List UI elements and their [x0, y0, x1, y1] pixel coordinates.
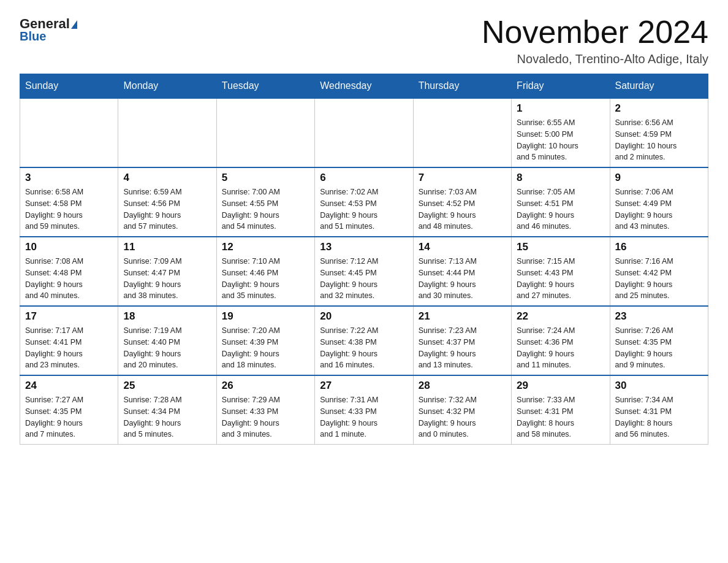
day-number: 17	[25, 310, 113, 323]
calendar-cell: 18Sunrise: 7:19 AM Sunset: 4:40 PM Dayli…	[118, 306, 216, 375]
day-number: 24	[25, 380, 113, 392]
day-number: 20	[320, 310, 408, 323]
day-number: 3	[25, 172, 113, 184]
day-number: 15	[517, 241, 604, 253]
weekday-tuesday: Tuesday	[216, 74, 314, 99]
day-info: Sunrise: 6:55 AM Sunset: 5:00 PM Dayligh…	[517, 117, 604, 163]
day-number: 12	[222, 241, 309, 253]
calendar-cell: 10Sunrise: 7:08 AM Sunset: 4:48 PM Dayli…	[20, 237, 118, 306]
weekday-wednesday: Wednesday	[315, 74, 413, 99]
day-number: 11	[123, 241, 211, 253]
day-number: 26	[222, 380, 309, 392]
day-number: 18	[123, 310, 211, 323]
day-info: Sunrise: 7:13 AM Sunset: 4:44 PM Dayligh…	[419, 256, 506, 302]
calendar-cell: 19Sunrise: 7:20 AM Sunset: 4:39 PM Dayli…	[216, 306, 314, 375]
calendar-cell: 26Sunrise: 7:29 AM Sunset: 4:33 PM Dayli…	[216, 375, 314, 445]
calendar-cell: 6Sunrise: 7:02 AM Sunset: 4:53 PM Daylig…	[315, 167, 413, 237]
day-number: 8	[517, 172, 604, 184]
day-number: 30	[615, 380, 703, 392]
day-info: Sunrise: 7:26 AM Sunset: 4:35 PM Dayligh…	[615, 325, 703, 371]
calendar-cell: 22Sunrise: 7:24 AM Sunset: 4:36 PM Dayli…	[512, 306, 610, 375]
day-info: Sunrise: 7:33 AM Sunset: 4:31 PM Dayligh…	[517, 394, 604, 440]
page-header: General Blue November 2024 Novaledo, Tre…	[20, 15, 708, 66]
day-info: Sunrise: 7:08 AM Sunset: 4:48 PM Dayligh…	[25, 256, 113, 302]
weekday-thursday: Thursday	[413, 74, 511, 99]
day-info: Sunrise: 7:23 AM Sunset: 4:37 PM Dayligh…	[419, 325, 506, 371]
calendar-cell	[216, 98, 314, 167]
weekday-header-row: SundayMondayTuesdayWednesdayThursdayFrid…	[20, 74, 708, 99]
calendar-cell: 12Sunrise: 7:10 AM Sunset: 4:46 PM Dayli…	[216, 237, 314, 306]
day-number: 13	[320, 241, 408, 253]
calendar-cell: 11Sunrise: 7:09 AM Sunset: 4:47 PM Dayli…	[118, 237, 216, 306]
weekday-sunday: Sunday	[20, 74, 118, 99]
day-info: Sunrise: 7:16 AM Sunset: 4:42 PM Dayligh…	[615, 256, 703, 302]
calendar-cell	[413, 98, 511, 167]
calendar-cell: 7Sunrise: 7:03 AM Sunset: 4:52 PM Daylig…	[413, 167, 511, 237]
week-row-5: 24Sunrise: 7:27 AM Sunset: 4:35 PM Dayli…	[20, 375, 708, 445]
logo-blue: Blue	[20, 29, 46, 44]
day-info: Sunrise: 7:27 AM Sunset: 4:35 PM Dayligh…	[25, 394, 113, 440]
logo-general: General	[20, 17, 77, 31]
calendar-table: SundayMondayTuesdayWednesdayThursdayFrid…	[20, 74, 708, 445]
day-info: Sunrise: 7:34 AM Sunset: 4:31 PM Dayligh…	[615, 394, 703, 440]
calendar-cell: 15Sunrise: 7:15 AM Sunset: 4:43 PM Dayli…	[512, 237, 610, 306]
day-info: Sunrise: 7:17 AM Sunset: 4:41 PM Dayligh…	[25, 325, 113, 371]
day-number: 29	[517, 380, 604, 392]
logo: General Blue	[20, 17, 77, 44]
calendar-cell: 9Sunrise: 7:06 AM Sunset: 4:49 PM Daylig…	[610, 167, 708, 237]
day-number: 5	[222, 172, 309, 184]
day-number: 14	[419, 241, 506, 253]
calendar-cell: 29Sunrise: 7:33 AM Sunset: 4:31 PM Dayli…	[512, 375, 610, 445]
week-row-2: 3Sunrise: 6:58 AM Sunset: 4:58 PM Daylig…	[20, 167, 708, 237]
calendar-cell: 20Sunrise: 7:22 AM Sunset: 4:38 PM Dayli…	[315, 306, 413, 375]
day-number: 21	[419, 310, 506, 323]
day-number: 7	[419, 172, 506, 184]
calendar-cell: 23Sunrise: 7:26 AM Sunset: 4:35 PM Dayli…	[610, 306, 708, 375]
calendar-cell: 14Sunrise: 7:13 AM Sunset: 4:44 PM Dayli…	[413, 237, 511, 306]
day-info: Sunrise: 6:58 AM Sunset: 4:58 PM Dayligh…	[25, 186, 113, 232]
weekday-monday: Monday	[118, 74, 216, 99]
calendar-cell: 2Sunrise: 6:56 AM Sunset: 4:59 PM Daylig…	[610, 98, 708, 167]
day-number: 27	[320, 380, 408, 392]
day-info: Sunrise: 7:02 AM Sunset: 4:53 PM Dayligh…	[320, 186, 408, 232]
day-info: Sunrise: 7:29 AM Sunset: 4:33 PM Dayligh…	[222, 394, 309, 440]
day-info: Sunrise: 7:09 AM Sunset: 4:47 PM Dayligh…	[123, 256, 211, 302]
calendar-cell	[20, 98, 118, 167]
day-number: 1	[517, 102, 604, 115]
calendar-cell: 21Sunrise: 7:23 AM Sunset: 4:37 PM Dayli…	[413, 306, 511, 375]
week-row-1: 1Sunrise: 6:55 AM Sunset: 5:00 PM Daylig…	[20, 98, 708, 167]
day-info: Sunrise: 7:32 AM Sunset: 4:32 PM Dayligh…	[419, 394, 506, 440]
day-info: Sunrise: 7:06 AM Sunset: 4:49 PM Dayligh…	[615, 186, 703, 232]
day-number: 10	[25, 241, 113, 253]
day-number: 9	[615, 172, 703, 184]
weekday-saturday: Saturday	[610, 74, 708, 99]
calendar-cell: 28Sunrise: 7:32 AM Sunset: 4:32 PM Dayli…	[413, 375, 511, 445]
weekday-friday: Friday	[512, 74, 610, 99]
day-info: Sunrise: 6:56 AM Sunset: 4:59 PM Dayligh…	[615, 117, 703, 163]
day-info: Sunrise: 7:19 AM Sunset: 4:40 PM Dayligh…	[123, 325, 211, 371]
day-info: Sunrise: 7:12 AM Sunset: 4:45 PM Dayligh…	[320, 256, 408, 302]
logo-triangle-icon	[71, 20, 77, 29]
calendar-cell	[315, 98, 413, 167]
title-block: November 2024 Novaledo, Trentino-Alto Ad…	[482, 15, 708, 66]
calendar-cell: 13Sunrise: 7:12 AM Sunset: 4:45 PM Dayli…	[315, 237, 413, 306]
day-info: Sunrise: 7:00 AM Sunset: 4:55 PM Dayligh…	[222, 186, 309, 232]
month-title: November 2024	[482, 15, 708, 50]
calendar-cell: 16Sunrise: 7:16 AM Sunset: 4:42 PM Dayli…	[610, 237, 708, 306]
day-number: 19	[222, 310, 309, 323]
day-number: 28	[419, 380, 506, 392]
day-info: Sunrise: 6:59 AM Sunset: 4:56 PM Dayligh…	[123, 186, 211, 232]
calendar-cell: 1Sunrise: 6:55 AM Sunset: 5:00 PM Daylig…	[512, 98, 610, 167]
day-info: Sunrise: 7:20 AM Sunset: 4:39 PM Dayligh…	[222, 325, 309, 371]
day-info: Sunrise: 7:03 AM Sunset: 4:52 PM Dayligh…	[419, 186, 506, 232]
location-title: Novaledo, Trentino-Alto Adige, Italy	[482, 52, 708, 66]
day-number: 23	[615, 310, 703, 323]
calendar-cell: 3Sunrise: 6:58 AM Sunset: 4:58 PM Daylig…	[20, 167, 118, 237]
calendar-cell: 5Sunrise: 7:00 AM Sunset: 4:55 PM Daylig…	[216, 167, 314, 237]
day-info: Sunrise: 7:22 AM Sunset: 4:38 PM Dayligh…	[320, 325, 408, 371]
calendar-cell: 25Sunrise: 7:28 AM Sunset: 4:34 PM Dayli…	[118, 375, 216, 445]
week-row-3: 10Sunrise: 7:08 AM Sunset: 4:48 PM Dayli…	[20, 237, 708, 306]
day-info: Sunrise: 7:10 AM Sunset: 4:46 PM Dayligh…	[222, 256, 309, 302]
day-number: 16	[615, 241, 703, 253]
day-info: Sunrise: 7:28 AM Sunset: 4:34 PM Dayligh…	[123, 394, 211, 440]
